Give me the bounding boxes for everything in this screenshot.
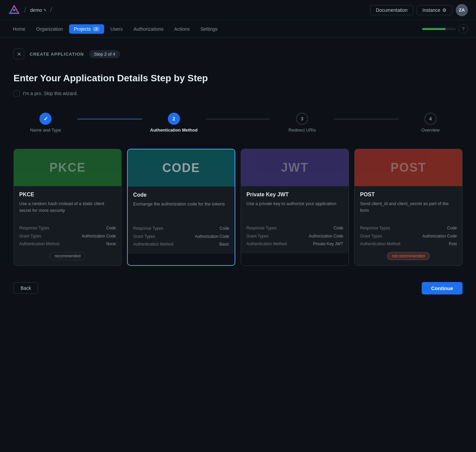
projects-badge: 3	[93, 27, 99, 31]
nav-actions[interactable]: Actions	[170, 24, 195, 34]
documentation-button[interactable]: Documentation	[370, 5, 413, 15]
step-badge: Step 2 of 4	[89, 50, 120, 58]
nav-authorizations[interactable]: Authorizations	[129, 24, 168, 34]
nav-projects-label: Projects	[74, 26, 91, 32]
code-meta-grant-types-value: Authorization Code	[185, 233, 229, 241]
step-3-number: 3	[301, 116, 303, 121]
jwt-card-body: Private Key JWT Use a private key to aut…	[241, 186, 349, 253]
checkmark-icon: ✓	[43, 116, 48, 122]
pkce-badge-container: recommended	[19, 252, 116, 260]
wizard-step-4: 4 Overview	[398, 113, 463, 133]
close-button[interactable]: ✕	[13, 49, 24, 59]
skip-label: I'm a pro. Skip this wizard.	[23, 91, 78, 96]
pkce-meta-grant-types-value: Authorization Code	[72, 233, 116, 240]
jwt-card[interactable]: JWT Private Key JWT Use a private key to…	[241, 149, 349, 266]
topnav-right: Documentation Instance ZA	[370, 4, 468, 16]
pkce-meta-response-types-value: Code	[72, 225, 116, 232]
back-button[interactable]: Back	[13, 282, 38, 294]
instance-label: Instance	[422, 7, 440, 13]
progress-bar-fill	[422, 28, 446, 30]
step-4-number: 4	[429, 116, 432, 121]
jwt-meta-grant-types-value: Authorization Code	[299, 233, 343, 240]
back-label: Back	[21, 285, 31, 291]
code-banner: CODE	[128, 149, 235, 187]
avatar[interactable]: ZA	[456, 4, 468, 16]
jwt-meta-auth-method-label: Authentication Method	[246, 241, 296, 248]
continue-button[interactable]: Continue	[422, 282, 463, 294]
post-meta: Response Types Code Grant Types Authoriz…	[360, 225, 457, 248]
step-label-4: Overview	[421, 128, 440, 133]
code-meta-grant-types-label: Grant Types	[133, 233, 183, 241]
jwt-description: Use a private key to authorize your appl…	[246, 200, 343, 219]
chevron-updown-icon: ⇅	[43, 8, 46, 12]
skip-checkbox[interactable]	[13, 90, 20, 96]
step-circle-2: 2	[168, 113, 180, 125]
create-application-title: CREATE APPLICATION	[30, 52, 84, 57]
post-meta-grant-types-value: Authorization Code	[413, 233, 457, 240]
code-title: Code	[133, 192, 229, 198]
help-button[interactable]: ?	[458, 24, 468, 34]
jwt-meta: Response Types Code Grant Types Authoriz…	[246, 225, 343, 248]
code-card[interactable]: CODE Code Exchange the authorization cod…	[127, 149, 235, 266]
skip-row: I'm a pro. Skip this wizard.	[13, 90, 463, 96]
cards-grid: PKCE PKCE Use a random hash instead of a…	[13, 149, 463, 266]
post-meta-auth-method-value: Post	[413, 241, 457, 248]
footer-buttons: Back Continue	[13, 282, 463, 294]
logo-area[interactable]: / demo ⇅ /	[8, 4, 53, 16]
post-badge-container: not recommended	[360, 252, 457, 260]
documentation-label: Documentation	[376, 7, 408, 13]
step-circle-4: 4	[424, 113, 437, 125]
wizard-step-2: 2 Authentication Method	[142, 113, 206, 133]
post-meta-grant-types-label: Grant Types	[360, 233, 410, 240]
step-connector-2-3	[206, 119, 270, 119]
jwt-meta-response-types-label: Response Types	[246, 225, 296, 232]
step-label-3: Redirect URIs	[289, 128, 316, 133]
gear-icon	[442, 7, 447, 13]
post-meta-response-types-value: Code	[413, 225, 457, 232]
logo-icon	[8, 4, 20, 16]
pkce-banner-text: PKCE	[49, 161, 86, 175]
slash-separator: /	[24, 6, 26, 14]
code-card-body: Code Exchange the authorization code for…	[128, 187, 235, 254]
step-circle-1: ✓	[39, 113, 52, 125]
pkce-title: PKCE	[19, 192, 116, 198]
instance-button[interactable]: Instance	[417, 5, 452, 15]
pkce-meta-grant-types-label: Grant Types	[19, 233, 69, 240]
nav-users[interactable]: Users	[106, 24, 127, 34]
pkce-meta-auth-method-value: None	[72, 241, 116, 248]
pkce-meta-response-types-label: Response Types	[19, 225, 69, 232]
post-card[interactable]: POST POST Send client_id and client_secr…	[354, 149, 463, 266]
post-banner: POST	[355, 149, 462, 186]
subnav-right: ?	[422, 24, 468, 34]
page-title: Enter Your Application Details Step by S…	[13, 73, 463, 84]
code-meta-response-types-label: Response Types	[133, 225, 183, 232]
post-meta-auth-method-label: Authentication Method	[360, 241, 410, 248]
nav-home[interactable]: Home	[8, 24, 30, 34]
post-card-body: POST Send client_id and client_secret as…	[355, 186, 462, 265]
jwt-title: Private Key JWT	[246, 192, 343, 198]
step-connector-3-4	[334, 119, 398, 119]
pkce-banner: PKCE	[14, 149, 121, 186]
continue-label: Continue	[431, 285, 453, 291]
close-icon: ✕	[17, 51, 21, 57]
nav-settings[interactable]: Settings	[196, 24, 222, 34]
post-not-recommended-badge: not recommended	[387, 252, 430, 260]
svg-point-2	[13, 9, 15, 11]
post-banner-text: POST	[390, 161, 426, 175]
jwt-banner: JWT	[241, 149, 349, 186]
project-selector[interactable]: demo ⇅	[30, 7, 46, 13]
project-name: demo	[30, 7, 42, 13]
nav-organization[interactable]: Organization	[31, 24, 67, 34]
wizard-step-3: 3 Redirect URIs	[270, 113, 334, 133]
post-meta-response-types-label: Response Types	[360, 225, 410, 232]
slash-separator-2: /	[50, 6, 52, 14]
code-meta-auth-method-label: Authentication Method	[133, 241, 183, 248]
nav-projects[interactable]: Projects 3	[69, 24, 105, 34]
step-label-1: Name and Type	[30, 128, 61, 133]
post-title: POST	[360, 192, 457, 198]
step-circle-3: 3	[296, 113, 308, 125]
code-meta: Response Types Code Grant Types Authoriz…	[133, 225, 229, 248]
wizard-steps: ✓ Name and Type 2 Authentication Method …	[13, 113, 463, 133]
progress-bar-container	[422, 28, 456, 30]
pkce-card[interactable]: PKCE PKCE Use a random hash instead of a…	[13, 149, 122, 266]
